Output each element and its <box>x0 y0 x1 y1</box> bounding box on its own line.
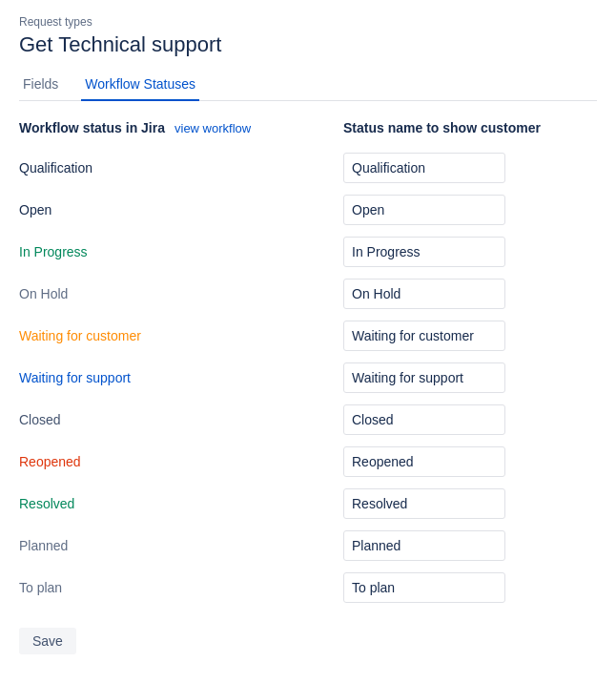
page-title: Get Technical support <box>19 32 597 57</box>
status-label-to-plan: To plan <box>19 580 343 595</box>
tabs-container: Fields Workflow Statuses <box>19 69 597 101</box>
status-input-planned[interactable] <box>343 530 505 561</box>
status-input-reopened[interactable] <box>343 446 505 477</box>
status-label-planned: Planned <box>19 538 343 553</box>
workflow-status-header-label: Workflow status in Jira <box>19 120 165 135</box>
status-label-waiting-support: Waiting for support <box>19 370 343 385</box>
right-column-header: Status name to show customer <box>343 120 597 135</box>
status-label-open: Open <box>19 202 343 217</box>
status-row: To plan <box>19 570 597 605</box>
status-row: Resolved <box>19 486 597 521</box>
status-row: Waiting for customer <box>19 319 597 353</box>
status-row: Reopened <box>19 445 597 479</box>
columns-header: Workflow status in Jira view workflow St… <box>19 120 597 135</box>
status-label-qualification: Qualification <box>19 160 343 176</box>
tab-workflow-statuses[interactable]: Workflow Statuses <box>81 69 199 101</box>
view-workflow-link[interactable]: view workflow <box>175 121 251 135</box>
status-input-in-progress[interactable] <box>343 237 505 267</box>
status-label-on-hold: On Hold <box>19 286 343 301</box>
status-label-in-progress: In Progress <box>19 244 343 259</box>
page-container: Request types Get Technical support Fiel… <box>0 0 616 673</box>
status-label-waiting-customer: Waiting for customer <box>19 328 343 343</box>
status-row: Planned <box>19 528 597 563</box>
status-rows: Qualification Open In Progress On Hold W… <box>19 151 597 605</box>
tab-fields[interactable]: Fields <box>19 69 62 101</box>
status-label-reopened: Reopened <box>19 454 343 469</box>
status-row: Closed <box>19 403 597 437</box>
status-input-on-hold[interactable] <box>343 279 505 309</box>
status-input-waiting-support[interactable] <box>343 362 505 393</box>
status-input-to-plan[interactable] <box>343 572 505 603</box>
status-label-closed: Closed <box>19 412 343 427</box>
status-row: Waiting for support <box>19 361 597 395</box>
status-input-closed[interactable] <box>343 404 505 435</box>
status-row: In Progress <box>19 235 597 269</box>
status-input-waiting-customer[interactable] <box>343 321 505 351</box>
status-input-open[interactable] <box>343 195 505 225</box>
status-row: Open <box>19 193 597 227</box>
left-column-header: Workflow status in Jira view workflow <box>19 120 343 135</box>
status-row: On Hold <box>19 277 597 311</box>
save-button[interactable]: Save <box>19 628 76 654</box>
status-label-resolved: Resolved <box>19 496 343 511</box>
breadcrumb: Request types <box>19 15 597 29</box>
status-row: Qualification <box>19 151 597 185</box>
status-input-qualification[interactable] <box>343 153 505 183</box>
status-input-resolved[interactable] <box>343 488 505 519</box>
